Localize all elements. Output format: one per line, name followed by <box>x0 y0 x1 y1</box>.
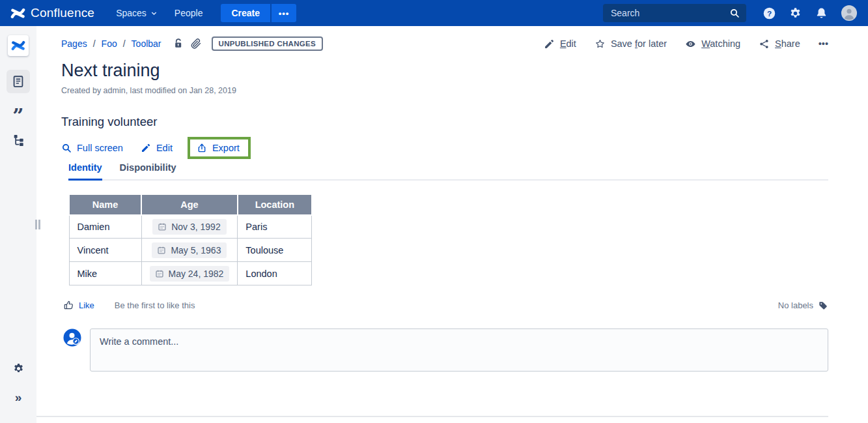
sidebar-item-page-tree[interactable] <box>7 128 30 152</box>
action-label: Watching <box>701 38 740 49</box>
calendar-icon <box>157 246 166 255</box>
attachments-paperclip-icon[interactable] <box>190 38 202 50</box>
settings-gear-icon[interactable] <box>789 7 802 20</box>
action-label: Save for later <box>611 38 667 49</box>
brand-name: Confluence <box>31 6 94 20</box>
labels-button[interactable]: No labels <box>778 300 828 311</box>
gear-icon <box>12 362 25 375</box>
export-icon <box>197 143 207 153</box>
cell-name: Mike <box>69 262 141 285</box>
cell-location: London <box>238 262 312 285</box>
cell-age: Nov 3, 1992 <box>141 215 238 239</box>
share-icon <box>759 38 770 50</box>
double-chevron-right-icon: » <box>15 390 22 405</box>
magnifier-icon <box>61 143 72 153</box>
calendar-icon <box>158 222 167 231</box>
page-document-icon <box>11 74 25 89</box>
table-row: Damien Nov 3, 1992 Paris <box>69 215 312 239</box>
watching-button[interactable]: Watching <box>685 38 740 50</box>
table-header-row: Name Age Location <box>69 194 312 215</box>
user-avatar[interactable] <box>841 5 858 22</box>
save-for-later-button[interactable]: Save for later <box>595 38 667 50</box>
notifications-icon[interactable] <box>815 7 828 20</box>
breadcrumb: Pages / Foo / Toolbar UNPUBLISHED CHANGE… <box>61 36 323 51</box>
unlock-icon[interactable] <box>173 38 184 50</box>
breadcrumb-foo[interactable]: Foo <box>102 38 117 49</box>
macro-toolbar: Full screen Edit Export <box>61 137 828 159</box>
volunteer-table: Name Age Location Damien <box>68 194 313 286</box>
like-button[interactable]: Like <box>63 300 94 311</box>
page-actions: Edit Save for later Watching <box>544 38 828 50</box>
edit-page-button[interactable]: Edit <box>544 38 576 50</box>
date-lozenge: May 5, 1963 <box>152 242 227 258</box>
footer-divider <box>36 416 828 417</box>
main-content: Pages / Foo / Toolbar UNPUBLISHED CHANGE… <box>36 26 868 423</box>
create-more-button[interactable]: ••• <box>272 4 296 22</box>
confluence-page: Confluence Spaces People Create ••• ? <box>0 0 868 423</box>
breadcrumb-pages[interactable]: Pages <box>61 38 87 49</box>
like-hint-text: Be the first to like this <box>115 300 195 310</box>
space-logo-button[interactable] <box>8 35 29 56</box>
eye-icon <box>685 38 696 50</box>
pencil-icon <box>544 38 555 50</box>
col-header-name: Name <box>69 194 141 215</box>
sidebar-expand-button[interactable]: » <box>7 386 30 409</box>
col-header-age: Age <box>141 194 238 215</box>
quote-icon: ” <box>12 102 23 119</box>
cell-location: Paris <box>238 215 312 239</box>
comment-box <box>90 328 828 372</box>
date-lozenge: Nov 3, 1992 <box>152 219 227 235</box>
search-container <box>603 4 746 22</box>
create-button[interactable]: Create <box>221 4 270 22</box>
top-navbar: Confluence Spaces People Create ••• ? <box>0 0 868 26</box>
page-header-row: Pages / Foo / Toolbar UNPUBLISHED CHANGE… <box>61 36 828 51</box>
page-more-actions-button[interactable]: ••• <box>819 38 828 49</box>
sidebar-item-pages[interactable] <box>7 70 30 93</box>
page-title: Next training <box>61 61 828 81</box>
social-row: Like Be the first to like this No labels <box>61 300 828 311</box>
full-screen-button[interactable]: Full screen <box>61 143 123 153</box>
unpublished-changes-badge: UNPUBLISHED CHANGES <box>212 36 323 51</box>
export-button[interactable]: Export <box>197 143 240 153</box>
page-byline: Created by admin, last modified on Jan 2… <box>61 86 828 95</box>
table-row: Mike May 24, 1982 London <box>69 262 312 285</box>
search-input[interactable] <box>603 4 746 22</box>
section-heading: Training volunteer <box>61 115 828 129</box>
macro-tabs: Identity Disponibility <box>68 162 828 181</box>
confluence-space-logo-icon <box>11 38 25 53</box>
svg-text:?: ? <box>767 8 772 18</box>
calendar-icon <box>155 269 164 278</box>
thumbs-up-icon <box>63 300 74 311</box>
cell-age: May 24, 1982 <box>141 262 238 285</box>
export-annotation-box: Export <box>188 137 251 159</box>
nav-spaces-menu[interactable]: Spaces <box>116 8 158 18</box>
pencil-icon <box>141 143 151 153</box>
app-sidebar: ” » <box>0 26 36 423</box>
macro-edit-button[interactable]: Edit <box>141 143 173 153</box>
breadcrumb-toolbar[interactable]: Toolbar <box>132 38 161 49</box>
comment-section <box>61 328 828 372</box>
share-button[interactable]: Share <box>759 38 800 50</box>
action-label: Edit <box>560 38 576 49</box>
tab-identity[interactable]: Identity <box>68 162 102 181</box>
cell-age: May 5, 1963 <box>141 239 238 262</box>
help-icon[interactable]: ? <box>763 7 776 20</box>
cell-name: Damien <box>69 215 141 239</box>
comment-input[interactable] <box>91 329 828 371</box>
sidebar-item-blog[interactable]: ” <box>7 99 30 123</box>
nav-people-link[interactable]: People <box>175 8 203 18</box>
confluence-logo-icon <box>10 6 25 21</box>
tab-disponibility[interactable]: Disponibility <box>120 162 176 179</box>
comment-user-avatar <box>63 328 81 347</box>
confluence-home-link[interactable]: Confluence <box>10 6 94 21</box>
chevron-down-icon <box>150 10 158 17</box>
search-icon <box>729 8 740 18</box>
table-row: Vincent May 5, 1963 Toulouse <box>69 239 312 262</box>
sidebar-space-settings[interactable] <box>7 357 30 380</box>
navbar-right: ? <box>603 4 858 22</box>
star-icon <box>595 38 606 50</box>
cell-name: Vincent <box>69 239 141 262</box>
col-header-location: Location <box>238 194 312 215</box>
tree-hierarchy-icon <box>12 134 25 147</box>
tag-icon <box>818 300 828 311</box>
